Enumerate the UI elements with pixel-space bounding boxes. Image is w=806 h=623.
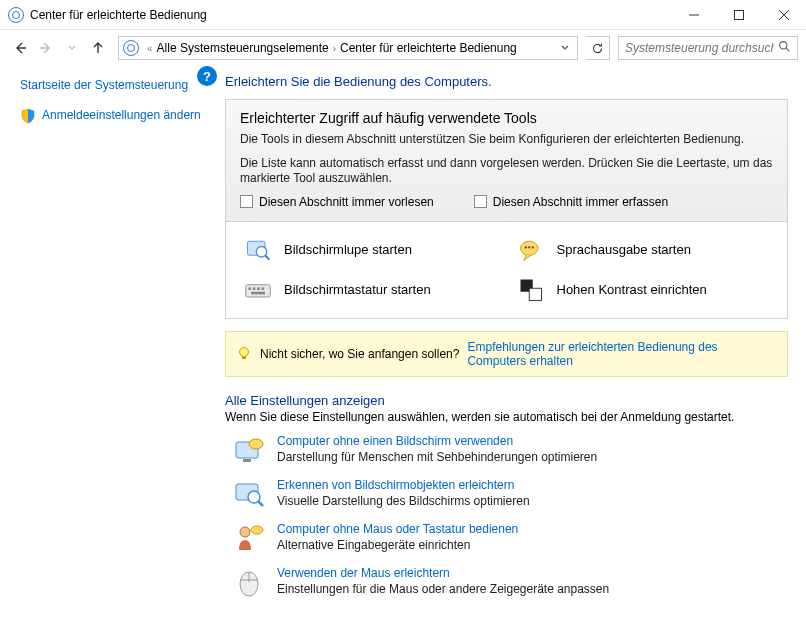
sidebar: ? Startseite der Systemsteuerung Anmelde…: [0, 66, 225, 623]
sidebar-link-login[interactable]: Anmeldeeinstellungen ändern: [42, 108, 201, 124]
arrow-up-icon: [90, 40, 106, 56]
monitor-speech-icon: [233, 434, 265, 466]
content-area: ? Startseite der Systemsteuerung Anmelde…: [0, 66, 806, 623]
maximize-button[interactable]: [716, 0, 761, 29]
svg-rect-14: [248, 287, 251, 290]
svg-point-29: [240, 527, 250, 537]
svg-rect-20: [529, 288, 541, 300]
svg-rect-13: [246, 285, 271, 297]
all-settings-heading: Alle Einstellungen anzeigen: [225, 393, 788, 408]
address-dropdown[interactable]: [557, 43, 573, 54]
main-pane: Erleichtern Sie die Bedienung des Comput…: [225, 66, 806, 623]
monitor-magnifier-icon: [233, 478, 265, 510]
forward-button[interactable]: [34, 36, 58, 60]
minimize-button[interactable]: [671, 0, 716, 29]
tool-label: Sprachausgabe starten: [557, 242, 691, 257]
search-box[interactable]: [618, 36, 798, 60]
hint-link[interactable]: Empfehlungen zur erleichterten Bedienung…: [467, 340, 777, 368]
svg-point-4: [780, 42, 787, 49]
svg-line-5: [786, 48, 789, 51]
svg-rect-24: [243, 459, 251, 462]
svg-point-11: [528, 246, 530, 248]
arrow-right-icon: [38, 40, 54, 56]
shield-icon: [20, 108, 36, 124]
panel-desc: Die Liste kann automatisch erfasst und d…: [240, 156, 773, 187]
lightbulb-icon: [236, 346, 252, 362]
all-settings-sub: Wenn Sie diese Einstellungen auswählen, …: [225, 410, 788, 424]
hint-text: Nicht sicher, wo Sie anfangen sollen?: [260, 347, 459, 361]
keyboard-icon: [244, 276, 272, 304]
setting-visibility: Erkennen von Bildschirmobjekten erleicht…: [225, 478, 788, 510]
setting-link[interactable]: Computer ohne einen Bildschirm verwenden: [277, 434, 513, 448]
panel-title: Erleichterter Zugriff auf häufig verwend…: [240, 110, 773, 126]
svg-rect-16: [257, 287, 260, 290]
search-input[interactable]: [625, 41, 774, 55]
setting-link[interactable]: Verwenden der Maus erleichtern: [277, 566, 450, 580]
tool-magnifier[interactable]: Bildschirmlupe starten: [244, 236, 497, 264]
checkbox-label: Diesen Abschnitt immer vorlesen: [259, 195, 434, 209]
chevron-down-icon: [561, 44, 569, 52]
tool-contrast[interactable]: Hohen Kontrast einrichten: [517, 276, 770, 304]
breadcrumb-item[interactable]: Center für erleichterte Bedienung: [340, 41, 517, 55]
checkbox-icon: [474, 195, 487, 208]
close-button[interactable]: [761, 0, 806, 29]
tool-osk[interactable]: Bildschirmtastatur starten: [244, 276, 497, 304]
checkbox-always-scan[interactable]: Diesen Abschnitt immer erfassen: [474, 195, 668, 209]
search-icon: [778, 40, 791, 56]
setting-desc: Alternative Eingabegeräte einrichten: [277, 538, 518, 552]
svg-line-8: [265, 255, 269, 259]
narrator-icon: [517, 236, 545, 264]
up-button[interactable]: [86, 36, 110, 60]
help-button[interactable]: ?: [197, 66, 217, 86]
contrast-icon: [517, 276, 545, 304]
person-speech-icon: [233, 522, 265, 554]
address-bar[interactable]: « Alle Systemsteuerungselemente › Center…: [118, 36, 578, 60]
svg-rect-1: [734, 10, 743, 19]
checkbox-icon: [240, 195, 253, 208]
breadcrumb-prefix: «: [147, 43, 153, 54]
back-button[interactable]: [8, 36, 32, 60]
checkbox-label: Diesen Abschnitt immer erfassen: [493, 195, 668, 209]
app-icon: [8, 7, 24, 23]
tools-grid: Bildschirmlupe starten Sprachausgabe sta…: [225, 222, 788, 319]
setting-no-mouse-keyboard: Computer ohne Maus oder Tastatur bediene…: [225, 522, 788, 554]
svg-rect-22: [242, 356, 246, 359]
chevron-down-icon: [68, 44, 76, 52]
page-title: Erleichtern Sie die Bedienung des Comput…: [225, 74, 788, 89]
setting-desc: Visuelle Darstellung des Bildschirms opt…: [277, 494, 530, 508]
tool-label: Bildschirmlupe starten: [284, 242, 412, 257]
checkbox-always-read[interactable]: Diesen Abschnitt immer vorlesen: [240, 195, 434, 209]
tool-narrator[interactable]: Sprachausgabe starten: [517, 236, 770, 264]
tool-label: Hohen Kontrast einrichten: [557, 282, 707, 297]
svg-point-30: [251, 526, 263, 534]
window-controls: [671, 0, 806, 29]
svg-point-12: [531, 246, 533, 248]
close-icon: [779, 10, 789, 20]
control-panel-icon: [123, 40, 139, 56]
setting-no-display: Computer ohne einen Bildschirm verwenden…: [225, 434, 788, 466]
arrow-left-icon: [12, 40, 28, 56]
quick-access-panel: Erleichterter Zugriff auf häufig verwend…: [225, 99, 788, 222]
breadcrumb-sep-icon: ›: [333, 43, 336, 54]
magnifier-icon: [244, 236, 272, 264]
svg-point-21: [240, 347, 249, 356]
panel-desc: Die Tools in diesem Abschnitt unterstütz…: [240, 132, 773, 148]
setting-mouse-easier: Verwenden der Maus erleichtern Einstellu…: [225, 566, 788, 598]
svg-rect-15: [253, 287, 256, 290]
minimize-icon: [689, 10, 699, 20]
title-bar: Center für erleichterte Bedienung: [0, 0, 806, 30]
refresh-icon: [591, 42, 604, 55]
svg-line-28: [258, 501, 263, 506]
setting-desc: Einstellungen für die Maus oder andere Z…: [277, 582, 609, 596]
maximize-icon: [734, 10, 744, 20]
recent-dropdown[interactable]: [60, 36, 84, 60]
tool-label: Bildschirmtastatur starten: [284, 282, 431, 297]
refresh-button[interactable]: [586, 36, 610, 60]
breadcrumb-item[interactable]: Alle Systemsteuerungselemente: [157, 41, 329, 55]
setting-link[interactable]: Computer ohne Maus oder Tastatur bediene…: [277, 522, 518, 536]
setting-link[interactable]: Erkennen von Bildschirmobjekten erleicht…: [277, 478, 514, 492]
sidebar-link-home[interactable]: Startseite der Systemsteuerung: [20, 78, 213, 94]
svg-point-10: [524, 246, 526, 248]
window-title: Center für erleichterte Bedienung: [30, 8, 207, 22]
setting-desc: Darstellung für Menschen mit Sehbehinder…: [277, 450, 597, 464]
